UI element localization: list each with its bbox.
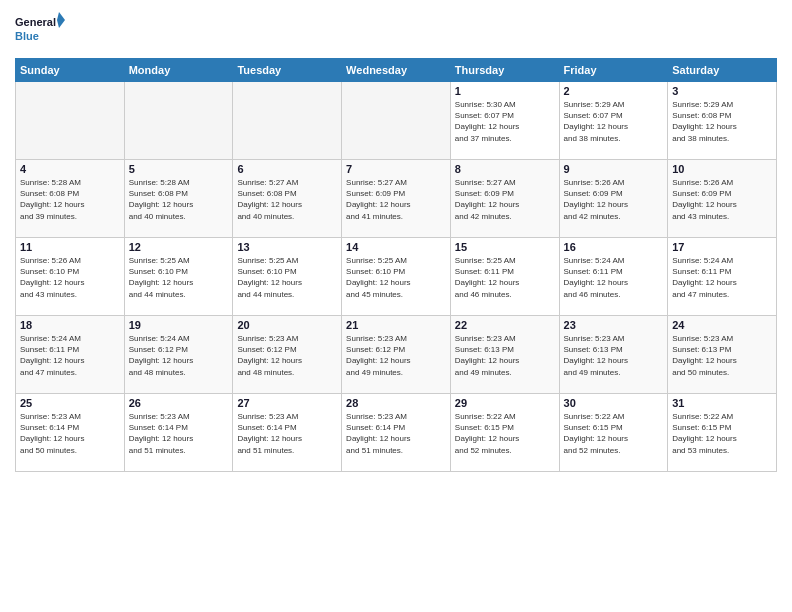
day-cell: 26Sunrise: 5:23 AM Sunset: 6:14 PM Dayli…: [124, 394, 233, 472]
weekday-monday: Monday: [124, 59, 233, 82]
day-info: Sunrise: 5:23 AM Sunset: 6:14 PM Dayligh…: [237, 411, 337, 456]
weekday-friday: Friday: [559, 59, 668, 82]
day-info: Sunrise: 5:25 AM Sunset: 6:11 PM Dayligh…: [455, 255, 555, 300]
day-cell: 4Sunrise: 5:28 AM Sunset: 6:08 PM Daylig…: [16, 160, 125, 238]
week-row-2: 4Sunrise: 5:28 AM Sunset: 6:08 PM Daylig…: [16, 160, 777, 238]
day-number: 18: [20, 319, 120, 331]
day-cell: 12Sunrise: 5:25 AM Sunset: 6:10 PM Dayli…: [124, 238, 233, 316]
day-cell: 13Sunrise: 5:25 AM Sunset: 6:10 PM Dayli…: [233, 238, 342, 316]
day-cell: 18Sunrise: 5:24 AM Sunset: 6:11 PM Dayli…: [16, 316, 125, 394]
day-cell: [233, 82, 342, 160]
week-row-3: 11Sunrise: 5:26 AM Sunset: 6:10 PM Dayli…: [16, 238, 777, 316]
day-cell: 6Sunrise: 5:27 AM Sunset: 6:08 PM Daylig…: [233, 160, 342, 238]
day-cell: 10Sunrise: 5:26 AM Sunset: 6:09 PM Dayli…: [668, 160, 777, 238]
calendar-table: SundayMondayTuesdayWednesdayThursdayFrid…: [15, 58, 777, 472]
day-number: 7: [346, 163, 446, 175]
day-number: 23: [564, 319, 664, 331]
day-info: Sunrise: 5:30 AM Sunset: 6:07 PM Dayligh…: [455, 99, 555, 144]
day-cell: 8Sunrise: 5:27 AM Sunset: 6:09 PM Daylig…: [450, 160, 559, 238]
day-cell: 19Sunrise: 5:24 AM Sunset: 6:12 PM Dayli…: [124, 316, 233, 394]
day-info: Sunrise: 5:23 AM Sunset: 6:12 PM Dayligh…: [237, 333, 337, 378]
day-number: 27: [237, 397, 337, 409]
day-cell: 14Sunrise: 5:25 AM Sunset: 6:10 PM Dayli…: [342, 238, 451, 316]
day-cell: 17Sunrise: 5:24 AM Sunset: 6:11 PM Dayli…: [668, 238, 777, 316]
day-info: Sunrise: 5:22 AM Sunset: 6:15 PM Dayligh…: [455, 411, 555, 456]
day-number: 12: [129, 241, 229, 253]
day-info: Sunrise: 5:22 AM Sunset: 6:15 PM Dayligh…: [564, 411, 664, 456]
svg-text:General: General: [15, 16, 56, 28]
day-number: 9: [564, 163, 664, 175]
day-number: 17: [672, 241, 772, 253]
day-info: Sunrise: 5:25 AM Sunset: 6:10 PM Dayligh…: [129, 255, 229, 300]
week-row-4: 18Sunrise: 5:24 AM Sunset: 6:11 PM Dayli…: [16, 316, 777, 394]
day-info: Sunrise: 5:23 AM Sunset: 6:14 PM Dayligh…: [20, 411, 120, 456]
day-number: 24: [672, 319, 772, 331]
day-number: 4: [20, 163, 120, 175]
logo: General Blue: [15, 10, 65, 50]
day-number: 1: [455, 85, 555, 97]
day-info: Sunrise: 5:23 AM Sunset: 6:13 PM Dayligh…: [672, 333, 772, 378]
day-number: 8: [455, 163, 555, 175]
day-info: Sunrise: 5:24 AM Sunset: 6:11 PM Dayligh…: [564, 255, 664, 300]
day-cell: [124, 82, 233, 160]
day-info: Sunrise: 5:23 AM Sunset: 6:13 PM Dayligh…: [564, 333, 664, 378]
day-cell: 16Sunrise: 5:24 AM Sunset: 6:11 PM Dayli…: [559, 238, 668, 316]
day-info: Sunrise: 5:23 AM Sunset: 6:13 PM Dayligh…: [455, 333, 555, 378]
day-number: 25: [20, 397, 120, 409]
day-info: Sunrise: 5:25 AM Sunset: 6:10 PM Dayligh…: [346, 255, 446, 300]
day-cell: 1Sunrise: 5:30 AM Sunset: 6:07 PM Daylig…: [450, 82, 559, 160]
day-cell: 15Sunrise: 5:25 AM Sunset: 6:11 PM Dayli…: [450, 238, 559, 316]
day-cell: 7Sunrise: 5:27 AM Sunset: 6:09 PM Daylig…: [342, 160, 451, 238]
day-number: 15: [455, 241, 555, 253]
day-number: 6: [237, 163, 337, 175]
day-cell: 22Sunrise: 5:23 AM Sunset: 6:13 PM Dayli…: [450, 316, 559, 394]
day-number: 26: [129, 397, 229, 409]
day-cell: 20Sunrise: 5:23 AM Sunset: 6:12 PM Dayli…: [233, 316, 342, 394]
day-cell: [16, 82, 125, 160]
day-info: Sunrise: 5:26 AM Sunset: 6:09 PM Dayligh…: [564, 177, 664, 222]
weekday-sunday: Sunday: [16, 59, 125, 82]
day-info: Sunrise: 5:28 AM Sunset: 6:08 PM Dayligh…: [129, 177, 229, 222]
day-cell: 27Sunrise: 5:23 AM Sunset: 6:14 PM Dayli…: [233, 394, 342, 472]
day-info: Sunrise: 5:25 AM Sunset: 6:10 PM Dayligh…: [237, 255, 337, 300]
week-row-1: 1Sunrise: 5:30 AM Sunset: 6:07 PM Daylig…: [16, 82, 777, 160]
day-number: 19: [129, 319, 229, 331]
day-number: 14: [346, 241, 446, 253]
day-info: Sunrise: 5:23 AM Sunset: 6:14 PM Dayligh…: [346, 411, 446, 456]
header: General Blue: [15, 10, 777, 50]
day-cell: 25Sunrise: 5:23 AM Sunset: 6:14 PM Dayli…: [16, 394, 125, 472]
day-number: 22: [455, 319, 555, 331]
svg-text:Blue: Blue: [15, 30, 39, 42]
day-cell: 31Sunrise: 5:22 AM Sunset: 6:15 PM Dayli…: [668, 394, 777, 472]
day-info: Sunrise: 5:26 AM Sunset: 6:09 PM Dayligh…: [672, 177, 772, 222]
day-info: Sunrise: 5:27 AM Sunset: 6:09 PM Dayligh…: [346, 177, 446, 222]
day-number: 31: [672, 397, 772, 409]
day-info: Sunrise: 5:23 AM Sunset: 6:14 PM Dayligh…: [129, 411, 229, 456]
day-cell: 2Sunrise: 5:29 AM Sunset: 6:07 PM Daylig…: [559, 82, 668, 160]
day-number: 3: [672, 85, 772, 97]
day-number: 30: [564, 397, 664, 409]
day-number: 16: [564, 241, 664, 253]
weekday-saturday: Saturday: [668, 59, 777, 82]
day-cell: 28Sunrise: 5:23 AM Sunset: 6:14 PM Dayli…: [342, 394, 451, 472]
svg-marker-2: [57, 12, 65, 28]
weekday-tuesday: Tuesday: [233, 59, 342, 82]
weekday-header-row: SundayMondayTuesdayWednesdayThursdayFrid…: [16, 59, 777, 82]
weekday-wednesday: Wednesday: [342, 59, 451, 82]
day-number: 21: [346, 319, 446, 331]
day-info: Sunrise: 5:26 AM Sunset: 6:10 PM Dayligh…: [20, 255, 120, 300]
page: General Blue SundayMondayTuesdayWednesda…: [0, 0, 792, 612]
day-cell: 9Sunrise: 5:26 AM Sunset: 6:09 PM Daylig…: [559, 160, 668, 238]
day-cell: 23Sunrise: 5:23 AM Sunset: 6:13 PM Dayli…: [559, 316, 668, 394]
day-cell: 30Sunrise: 5:22 AM Sunset: 6:15 PM Dayli…: [559, 394, 668, 472]
day-number: 13: [237, 241, 337, 253]
weekday-thursday: Thursday: [450, 59, 559, 82]
day-info: Sunrise: 5:29 AM Sunset: 6:08 PM Dayligh…: [672, 99, 772, 144]
day-number: 28: [346, 397, 446, 409]
day-cell: 3Sunrise: 5:29 AM Sunset: 6:08 PM Daylig…: [668, 82, 777, 160]
logo-svg: General Blue: [15, 10, 65, 50]
day-info: Sunrise: 5:29 AM Sunset: 6:07 PM Dayligh…: [564, 99, 664, 144]
day-cell: 11Sunrise: 5:26 AM Sunset: 6:10 PM Dayli…: [16, 238, 125, 316]
day-info: Sunrise: 5:27 AM Sunset: 6:09 PM Dayligh…: [455, 177, 555, 222]
day-info: Sunrise: 5:24 AM Sunset: 6:11 PM Dayligh…: [672, 255, 772, 300]
